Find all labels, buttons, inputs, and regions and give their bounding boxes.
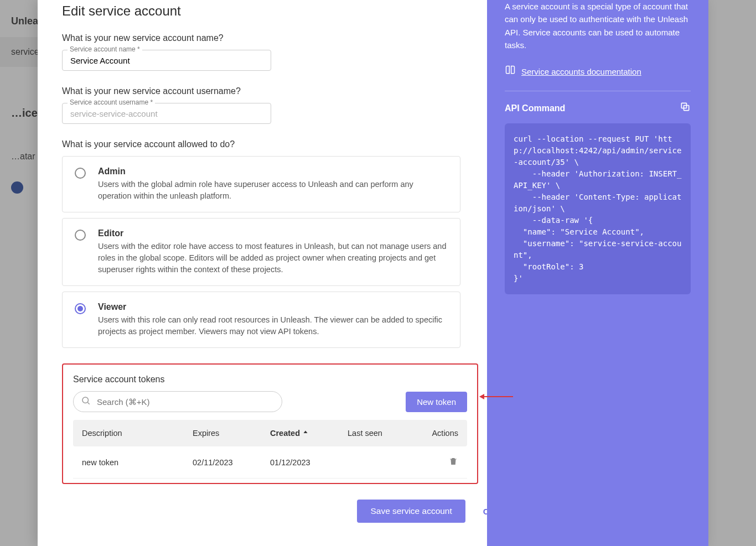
tokens-section: Service account tokens New token Descrip… [62, 363, 478, 484]
role-admin-title: Admin [98, 167, 448, 176]
arrow-line [484, 396, 513, 397]
modal-sidebar: A service account is a special type of a… [487, 0, 708, 546]
modal-title: Edit service account [62, 0, 469, 19]
sort-asc-icon [302, 429, 309, 438]
role-viewer-desc: Users with this role can only read root … [98, 314, 448, 337]
delete-token-button[interactable] [425, 456, 458, 468]
cell-expires: 02/11/2023 [193, 458, 270, 467]
copy-icon[interactable] [680, 101, 691, 116]
api-command-title: API Command [505, 102, 565, 115]
cell-created: 01/12/2023 [270, 458, 348, 467]
svg-point-0 [82, 397, 89, 403]
radio-admin[interactable] [75, 168, 86, 179]
th-created-label: Created [270, 429, 300, 438]
documentation-link[interactable]: Service accounts documentation [521, 66, 641, 79]
roles-list: Admin Users with the global admin role h… [62, 156, 469, 348]
role-editor-title: Editor [98, 228, 448, 238]
th-last-seen[interactable]: Last seen [348, 429, 425, 438]
tokens-toolbar: New token [73, 391, 467, 412]
sidebar-description: A service account is a special type of a… [505, 0, 691, 51]
role-editor-desc: Users with the editor role have access t… [98, 241, 448, 275]
username-question: What is your new service account usernam… [62, 86, 469, 96]
role-viewer-title: Viewer [98, 302, 448, 312]
edit-service-account-modal: Edit service account What is your new se… [38, 0, 708, 546]
th-description[interactable]: Description [82, 429, 193, 438]
trash-icon [448, 456, 458, 466]
th-actions: Actions [425, 429, 458, 438]
permissions-question: What is your service account allowed to … [62, 139, 469, 149]
tokens-section-title: Service account tokens [73, 375, 467, 384]
token-search-wrap [73, 391, 282, 412]
doc-link-row: Service accounts documentation [505, 65, 691, 80]
token-search-input[interactable] [73, 391, 282, 412]
role-viewer[interactable]: Viewer Users with this role can only rea… [62, 292, 460, 348]
radio-editor[interactable] [75, 230, 86, 241]
svg-line-1 [87, 403, 89, 404]
sidebar-divider [505, 91, 691, 91]
cancel-button[interactable]: Cancel [472, 500, 487, 523]
username-field-wrap: Service account username * [62, 103, 271, 124]
annotation-arrow [479, 394, 513, 399]
role-admin[interactable]: Admin Users with the global admin role h… [62, 156, 460, 212]
search-icon [81, 396, 91, 408]
name-question: What is your new service account name? [62, 33, 469, 43]
modal-actions: Save service account Cancel [62, 500, 487, 523]
role-editor[interactable]: Editor Users with the editor role have a… [62, 218, 460, 286]
name-float-label: Service account name * [68, 45, 142, 53]
new-token-button[interactable]: New token [406, 392, 467, 412]
save-button[interactable]: Save service account [357, 500, 465, 523]
cell-description: new token [82, 458, 193, 467]
username-float-label: Service account username * [68, 98, 155, 106]
modal-main: Edit service account What is your new se… [38, 0, 487, 546]
token-table-header: Description Expires Created Last seen Ac… [73, 420, 467, 446]
name-field-wrap: Service account name * [62, 50, 271, 71]
radio-viewer[interactable] [75, 303, 86, 314]
th-created[interactable]: Created [270, 429, 348, 438]
table-row: new token 02/11/2023 01/12/2023 [73, 446, 467, 479]
api-code-block[interactable]: curl --location --request PUT 'http://lo… [505, 123, 691, 294]
token-table: Description Expires Created Last seen Ac… [73, 420, 467, 479]
book-icon [505, 65, 516, 80]
role-admin-desc: Users with the global admin role have su… [98, 179, 448, 202]
th-expires[interactable]: Expires [193, 429, 270, 438]
arrow-head-icon [479, 394, 484, 399]
api-header: API Command [505, 101, 691, 116]
